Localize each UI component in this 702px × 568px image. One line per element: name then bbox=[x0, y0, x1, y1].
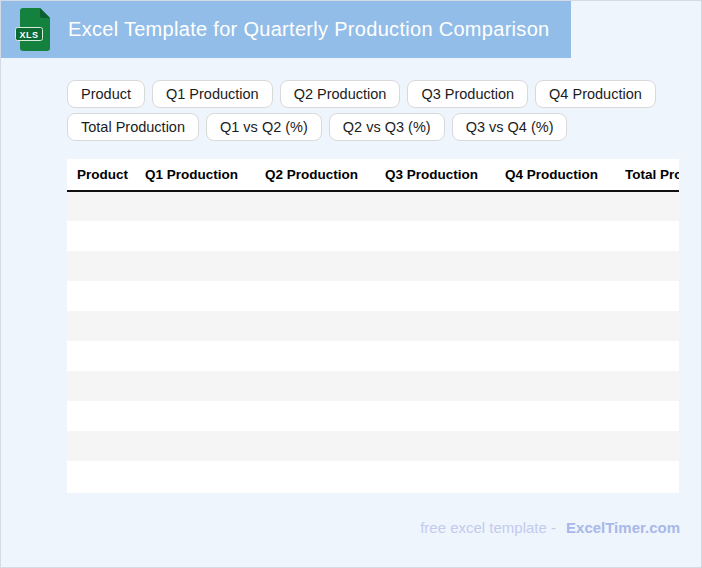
table-cell bbox=[625, 281, 679, 311]
table-cell bbox=[625, 461, 679, 491]
table-cell bbox=[145, 221, 265, 251]
table-cell bbox=[67, 431, 145, 461]
table-cell bbox=[505, 461, 625, 491]
table-cell bbox=[145, 311, 265, 341]
table-cell bbox=[505, 281, 625, 311]
table-cell bbox=[385, 281, 505, 311]
table-row bbox=[67, 341, 679, 371]
chip-q1-vs-q2[interactable]: Q1 vs Q2 (%) bbox=[206, 113, 322, 141]
table-cell bbox=[625, 431, 679, 461]
preview-table-container: ProductQ1 ProductionQ2 ProductionQ3 Prod… bbox=[67, 159, 679, 493]
table-cell bbox=[67, 371, 145, 401]
chip-q1-production[interactable]: Q1 Production bbox=[152, 80, 273, 108]
table-cell bbox=[625, 371, 679, 401]
table-cell bbox=[67, 191, 145, 221]
chip-product[interactable]: Product bbox=[67, 80, 145, 108]
table-cell bbox=[385, 431, 505, 461]
table-cell bbox=[625, 311, 679, 341]
column-header-product: Product bbox=[67, 159, 145, 191]
table-cell bbox=[625, 251, 679, 281]
field-chips-row-1: ProductQ1 ProductionQ2 ProductionQ3 Prod… bbox=[67, 80, 656, 108]
table-row bbox=[67, 221, 679, 251]
chip-q2-vs-q3[interactable]: Q2 vs Q3 (%) bbox=[329, 113, 445, 141]
table-cell bbox=[145, 431, 265, 461]
table-cell bbox=[505, 401, 625, 431]
table-row bbox=[67, 401, 679, 431]
table-cell bbox=[385, 461, 505, 491]
table-cell bbox=[625, 401, 679, 431]
header-banner: XLS Excel Template for Quarterly Product… bbox=[1, 1, 571, 58]
table-cell bbox=[625, 191, 679, 221]
preview-table: ProductQ1 ProductionQ2 ProductionQ3 Prod… bbox=[67, 159, 679, 491]
chip-q2-production[interactable]: Q2 Production bbox=[280, 80, 401, 108]
table-cell bbox=[265, 341, 385, 371]
table-cell bbox=[505, 431, 625, 461]
table-cell bbox=[265, 461, 385, 491]
table-cell bbox=[265, 371, 385, 401]
table-row bbox=[67, 431, 679, 461]
column-header-q1-production: Q1 Production bbox=[145, 159, 265, 191]
table-cell bbox=[67, 311, 145, 341]
table-cell bbox=[145, 401, 265, 431]
footer-brand-link[interactable]: ExcelTimer.com bbox=[566, 518, 680, 538]
table-cell bbox=[385, 251, 505, 281]
field-chips-row-2: Total ProductionQ1 vs Q2 (%)Q2 vs Q3 (%)… bbox=[67, 113, 656, 141]
table-cell bbox=[265, 281, 385, 311]
table-cell bbox=[67, 461, 145, 491]
table-cell bbox=[67, 221, 145, 251]
table-cell bbox=[385, 311, 505, 341]
column-header-q4-production: Q4 Production bbox=[505, 159, 625, 191]
table-cell bbox=[145, 461, 265, 491]
table-cell bbox=[505, 221, 625, 251]
table-cell bbox=[505, 251, 625, 281]
table-cell bbox=[67, 401, 145, 431]
table-cell bbox=[145, 251, 265, 281]
table-cell bbox=[145, 281, 265, 311]
table-cell bbox=[145, 341, 265, 371]
column-header-q3-production: Q3 Production bbox=[385, 159, 505, 191]
table-cell bbox=[385, 191, 505, 221]
chip-q4-production[interactable]: Q4 Production bbox=[535, 80, 656, 108]
table-cell bbox=[505, 341, 625, 371]
footer-tagline: free excel template - bbox=[420, 518, 556, 538]
table-row bbox=[67, 281, 679, 311]
table-cell bbox=[145, 191, 265, 221]
table-row bbox=[67, 371, 679, 401]
field-chips: ProductQ1 ProductionQ2 ProductionQ3 Prod… bbox=[67, 80, 656, 141]
table-cell bbox=[67, 251, 145, 281]
table-cell bbox=[265, 251, 385, 281]
table-cell bbox=[67, 281, 145, 311]
table-row bbox=[67, 191, 679, 221]
column-header-q2-production: Q2 Production bbox=[265, 159, 385, 191]
table-cell bbox=[505, 191, 625, 221]
chip-q3-vs-q4[interactable]: Q3 vs Q4 (%) bbox=[452, 113, 568, 141]
page-title: Excel Template for Quarterly Production … bbox=[68, 18, 550, 41]
table-row bbox=[67, 311, 679, 341]
table-cell bbox=[505, 371, 625, 401]
chip-total-production[interactable]: Total Production bbox=[67, 113, 199, 141]
page: XLS Excel Template for Quarterly Product… bbox=[0, 0, 702, 568]
table-cell bbox=[385, 401, 505, 431]
xls-badge-label: XLS bbox=[19, 30, 38, 40]
table-cell bbox=[67, 341, 145, 371]
xls-file-icon: XLS bbox=[15, 7, 52, 52]
table-cell bbox=[385, 341, 505, 371]
chip-q3-production[interactable]: Q3 Production bbox=[407, 80, 528, 108]
table-header-row: ProductQ1 ProductionQ2 ProductionQ3 Prod… bbox=[67, 159, 679, 191]
table-cell bbox=[265, 431, 385, 461]
table-row bbox=[67, 251, 679, 281]
table-cell bbox=[265, 401, 385, 431]
table-cell bbox=[505, 311, 625, 341]
table-cell bbox=[385, 221, 505, 251]
table-cell bbox=[265, 221, 385, 251]
table-cell bbox=[265, 191, 385, 221]
footer: free excel template - ExcelTimer.com bbox=[420, 518, 680, 538]
table-cell bbox=[265, 311, 385, 341]
table-cell bbox=[625, 341, 679, 371]
table-body bbox=[67, 191, 679, 491]
table-cell bbox=[385, 371, 505, 401]
table-row bbox=[67, 461, 679, 491]
table-cell bbox=[145, 371, 265, 401]
table-cell bbox=[625, 221, 679, 251]
column-header-total-production: Total Production bbox=[625, 159, 679, 191]
